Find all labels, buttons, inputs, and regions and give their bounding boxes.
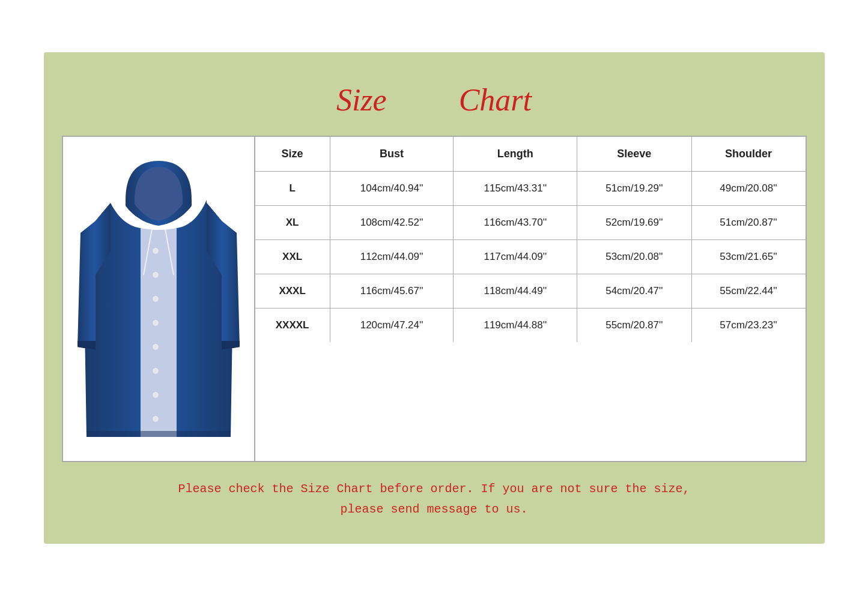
table-header-row: Size Bust Length Sleeve Shoulder xyxy=(255,137,806,172)
col-header-shoulder: Shoulder xyxy=(691,137,806,172)
chart-title-row: Size Chart xyxy=(62,70,807,136)
table-row: XXL112cm/44.09''117cm/44.09''53cm/20.08'… xyxy=(255,240,806,274)
svg-point-6 xyxy=(153,344,159,350)
cell-r4-c4: 57cm/23.23'' xyxy=(691,309,806,343)
cell-r2-c4: 53cm/21.65'' xyxy=(691,240,806,274)
cell-r4-c1: 120cm/47.24'' xyxy=(330,309,454,343)
cell-r2-c3: 53cm/20.08'' xyxy=(577,240,691,274)
cell-r3-c3: 54cm/20.47'' xyxy=(577,274,691,309)
cell-r0-c3: 51cm/19.29'' xyxy=(577,172,691,206)
cell-r2-c2: 117cm/44.09'' xyxy=(454,240,577,274)
jacket-image-cell xyxy=(63,137,255,461)
cell-r3-c2: 118cm/44.49'' xyxy=(454,274,577,309)
table-row: XXXL116cm/45.67''118cm/44.49''54cm/20.47… xyxy=(255,274,806,309)
table-row: L104cm/40.94''115cm/43.31''51cm/19.29''4… xyxy=(255,172,806,206)
table-row: XL108cm/42.52''116cm/43.70''52cm/19.69''… xyxy=(255,206,806,240)
svg-point-9 xyxy=(153,416,159,422)
cell-r3-c4: 55cm/22.44'' xyxy=(691,274,806,309)
cell-r1-c0: XL xyxy=(255,206,330,240)
title-word-chart: Chart xyxy=(459,82,532,118)
svg-point-8 xyxy=(153,392,159,398)
svg-point-4 xyxy=(153,296,159,302)
svg-point-5 xyxy=(153,320,159,326)
footer-line2: please send message to us. xyxy=(74,499,795,520)
cell-r1-c2: 116cm/43.70'' xyxy=(454,206,577,240)
cell-r4-c2: 119cm/44.88'' xyxy=(454,309,577,343)
cell-r1-c3: 52cm/19.69'' xyxy=(577,206,691,240)
jacket-illustration xyxy=(77,155,240,443)
cell-r1-c4: 51cm/20.87'' xyxy=(691,206,806,240)
cell-r1-c1: 108cm/42.52'' xyxy=(330,206,454,240)
table-row: XXXXL120cm/47.24''119cm/44.88''55cm/20.8… xyxy=(255,309,806,343)
col-header-sleeve: Sleeve xyxy=(577,137,691,172)
cell-r4-c0: XXXXL xyxy=(255,309,330,343)
size-data-table: Size Bust Length Sleeve Shoulder L104cm/… xyxy=(255,137,806,342)
cell-r2-c0: XXL xyxy=(255,240,330,274)
cell-r0-c2: 115cm/43.31'' xyxy=(454,172,577,206)
cell-r0-c0: L xyxy=(255,172,330,206)
data-section: Size Bust Length Sleeve Shoulder L104cm/… xyxy=(255,137,806,461)
cell-r0-c1: 104cm/40.94'' xyxy=(330,172,454,206)
svg-point-2 xyxy=(153,248,159,254)
svg-point-7 xyxy=(153,368,159,374)
footer-text: Please check the Size Chart before order… xyxy=(62,462,807,526)
table-inner: Size Bust Length Sleeve Shoulder L104cm/… xyxy=(63,137,806,461)
size-chart-container: Size Chart xyxy=(44,52,825,544)
cell-r3-c0: XXXL xyxy=(255,274,330,309)
cell-r2-c1: 112cm/44.09'' xyxy=(330,240,454,274)
svg-point-3 xyxy=(153,272,159,278)
col-header-length: Length xyxy=(454,137,577,172)
col-header-bust: Bust xyxy=(330,137,454,172)
size-table-container: Size Bust Length Sleeve Shoulder L104cm/… xyxy=(62,136,807,462)
footer-line1: Please check the Size Chart before order… xyxy=(74,479,795,499)
cell-r4-c3: 55cm/20.87'' xyxy=(577,309,691,343)
title-word-size: Size xyxy=(336,82,387,118)
cell-r3-c1: 116cm/45.67'' xyxy=(330,274,454,309)
cell-r0-c4: 49cm/20.08'' xyxy=(691,172,806,206)
col-header-size: Size xyxy=(255,137,330,172)
